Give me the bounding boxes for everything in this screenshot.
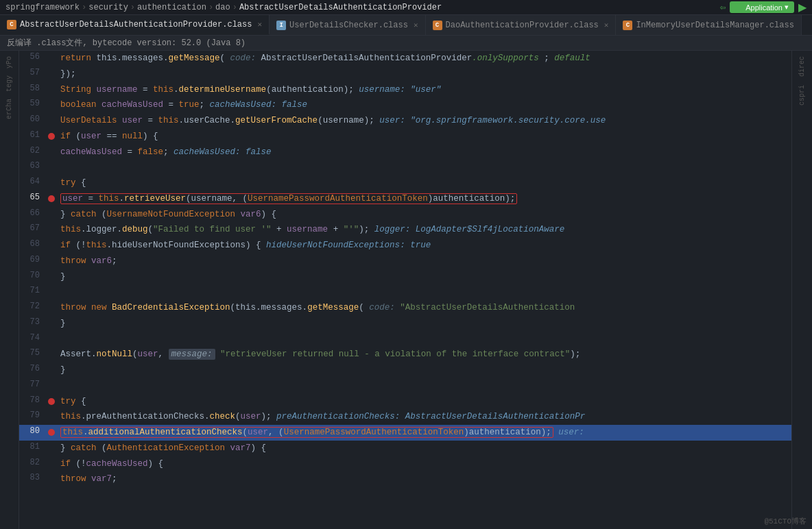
code-line-79: 79 this.preAuthenticationChecks.check(us…	[19, 409, 791, 425]
code-area: 56 return this.messages.getMessage( code…	[19, 51, 791, 529]
line-gutter-57	[45, 66, 58, 82]
line-num-71: 71	[19, 284, 45, 300]
line-num-81: 81	[19, 441, 45, 456]
line-num-70: 70	[19, 269, 45, 285]
line-content-57: });	[58, 66, 791, 82]
code-line-68: 68 if (!this.hideUserNotFoundExceptions)…	[19, 238, 791, 254]
line-content-65: user = this.retrieveUser(username, (User…	[58, 191, 791, 207]
code-line-74: 74	[19, 332, 791, 347]
code-line-67: 67 this.logger.debug("Failed to find use…	[19, 222, 791, 238]
tab1-close[interactable]: ✕	[257, 20, 262, 29]
code-line-66: 66 } catch (UsernameNotFoundException va…	[19, 207, 791, 223]
watermark: @51CTO博客	[764, 516, 807, 526]
line-content-70: }	[58, 269, 791, 285]
line-content-82: if (!cacheWasUsed) {	[58, 456, 791, 472]
line-num-62: 62	[19, 145, 45, 160]
code-line-59: 59 boolean cacheWasUsed = true; cacheWas…	[19, 97, 791, 113]
line-num-72: 72	[19, 300, 45, 316]
bc-5: AbstractUserDetailsAuthenticationProvide…	[239, 3, 442, 12]
line-content-80: this.additionalAuthenticationChecks(user…	[58, 425, 791, 441]
breakpoint-80[interactable]	[48, 429, 55, 436]
line-gutter-82	[45, 456, 58, 472]
line-gutter-68	[45, 238, 58, 254]
application-button[interactable]: Application ▾	[730, 1, 794, 13]
code-line-60: 60 UserDetails user = this.userCache.get…	[19, 113, 791, 129]
line-content-76: }	[58, 362, 791, 378]
line-content-81: } catch (AuthenticationException var7) {	[58, 441, 791, 456]
sep4: ›	[232, 3, 237, 12]
code-line-63: 63	[19, 160, 791, 175]
line-gutter-64	[45, 175, 58, 191]
line-content-74	[58, 332, 791, 347]
line-gutter-70	[45, 269, 58, 285]
bc-1[interactable]: springframework	[5, 3, 80, 12]
arrow-icon: ⇦	[720, 1, 726, 13]
line-gutter-78	[45, 394, 58, 410]
code-line-82: 82 if (!cacheWasUsed) {	[19, 456, 791, 472]
code-line-65: 65 user = this.retrieveUser(username, (U…	[19, 191, 791, 207]
tabs-bar: C AbstractUserDetailsAuthenticationProvi…	[0, 15, 812, 36]
line-content-72: throw new BadCredentialsException(this.m…	[58, 300, 791, 316]
line-gutter-83	[45, 471, 58, 487]
tab-dao-provider[interactable]: C DaoAuthenticationProvider.class ✕	[426, 15, 617, 35]
breakpoint-61[interactable]	[48, 133, 55, 140]
line-content-63	[58, 160, 791, 175]
line-content-67: this.logger.debug("Failed to find user '…	[58, 222, 791, 238]
tab3-label: DaoAuthenticationProvider.class	[446, 21, 599, 30]
dropdown-icon: ▾	[785, 3, 789, 12]
line-gutter-66	[45, 207, 58, 223]
line-content-79: this.preAuthenticationChecks.check(user)…	[58, 409, 791, 425]
decompile-text: 反编译 .class文件, bytecode version: 52.0 (Ja…	[7, 37, 246, 49]
tab3-close[interactable]: ✕	[604, 21, 609, 29]
tab1-label: AbstractUserDetailsAuthenticationProvide…	[20, 20, 252, 29]
line-content-71	[58, 284, 791, 300]
bc-4[interactable]: dao	[215, 3, 230, 12]
line-gutter-77	[45, 378, 58, 394]
top-bar: springframework › security › authenticat…	[0, 0, 812, 15]
tab-userdetails-checker[interactable]: I UserDetailsChecker.class ✕	[270, 15, 425, 35]
tab-inmemory-manager[interactable]: C InMemoryUserDetailsManager.class	[616, 15, 801, 35]
top-bar-right: ⇦ Application ▾ ▶	[720, 1, 807, 14]
line-content-58: String username = this.determineUsername…	[58, 82, 791, 98]
line-num-75: 75	[19, 347, 45, 362]
line-num-66: 66	[19, 207, 45, 223]
code-scroll[interactable]: 56 return this.messages.getMessage( code…	[19, 51, 791, 529]
line-num-80: 80	[19, 425, 45, 441]
line-num-63: 63	[19, 160, 45, 175]
breadcrumb: springframework › security › authenticat…	[5, 3, 442, 12]
tab2-close[interactable]: ✕	[414, 21, 418, 29]
code-line-61: 61 if (user == null) {	[19, 129, 791, 145]
line-num-79: 79	[19, 409, 45, 425]
code-line-72: 72 throw new BadCredentialsException(thi…	[19, 300, 791, 316]
right-sidebar: direc cspri	[791, 51, 812, 529]
line-num-68: 68	[19, 238, 45, 254]
line-gutter-58	[45, 82, 58, 98]
tab2-label: UserDetailsChecker.class	[289, 21, 408, 30]
bc-3[interactable]: authentication	[137, 3, 206, 12]
line-num-57: 57	[19, 66, 45, 82]
sep3: ›	[208, 3, 213, 12]
line-content-69: throw var6;	[58, 254, 791, 269]
code-line-56: 56 return this.messages.getMessage( code…	[19, 51, 791, 66]
tab4-icon: C	[623, 21, 632, 30]
breakpoint-78[interactable]	[48, 398, 55, 405]
bc-2[interactable]: security	[88, 3, 128, 12]
tab-abstract-provider[interactable]: C AbstractUserDetailsAuthenticationProvi…	[0, 15, 270, 35]
decompile-notice: 反编译 .class文件, bytecode version: 52.0 (Ja…	[0, 36, 812, 51]
line-gutter-59	[45, 97, 58, 113]
code-line-75: 75 Assert.notNull(user, message: "retrie…	[19, 347, 791, 362]
line-content-66: } catch (UsernameNotFoundException var6)…	[58, 207, 791, 223]
line-num-83: 83	[19, 471, 45, 487]
code-line-77: 77	[19, 378, 791, 394]
line-gutter-67	[45, 222, 58, 238]
line-gutter-81	[45, 441, 58, 456]
line-content-77	[58, 378, 791, 394]
line-gutter-75	[45, 347, 58, 362]
line-content-59: boolean cacheWasUsed = true; cacheWasUse…	[58, 97, 791, 113]
breakpoint-65[interactable]	[48, 195, 55, 202]
tab1-icon: C	[7, 20, 16, 29]
line-gutter-63	[45, 160, 58, 175]
line-content-68: if (!this.hideUserNotFoundExceptions) { …	[58, 238, 791, 254]
run-button[interactable]: ▶	[798, 1, 807, 14]
line-gutter-69	[45, 254, 58, 269]
